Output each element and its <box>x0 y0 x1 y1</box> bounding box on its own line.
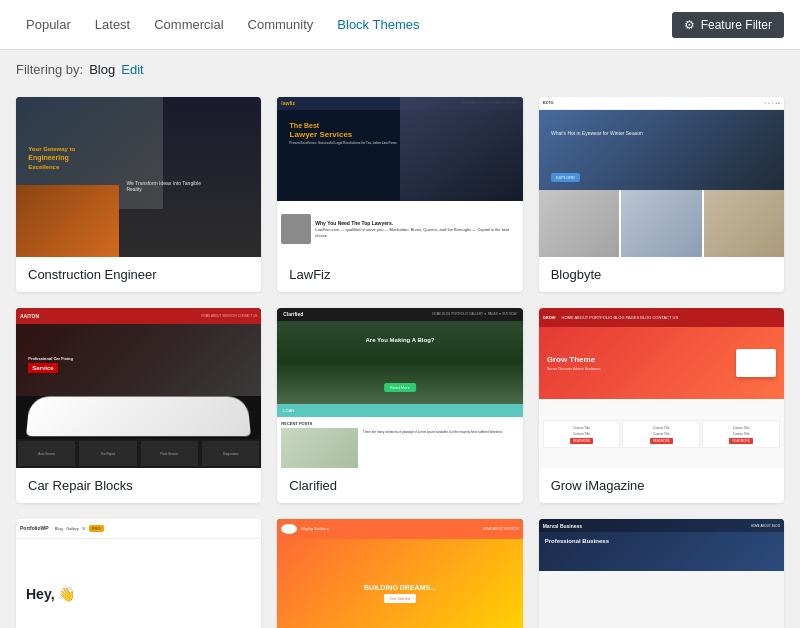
filter-edit-link[interactable]: Edit <box>121 62 143 77</box>
thumb-top-section: Marval Business HOME ABOUT BLOG Professi… <box>539 519 784 571</box>
tab-block-themes[interactable]: Block Themes <box>327 11 429 38</box>
theme-name: Blogbyte <box>539 257 784 292</box>
thumb-nav: KZTG ▲ ▲ ▼ ◀ ▶ <box>539 97 784 110</box>
nav-bar: Popular Latest Commercial Community Bloc… <box>0 0 800 50</box>
thumb-feat-2: Custom Title Custom Title READMORE <box>622 420 700 448</box>
theme-thumbnail-car: AAITON HOME ABOUT SERVICES CONTACT US Pr… <box>16 308 261 468</box>
thumb-bottom-grid <box>539 190 784 257</box>
thumb-hero-text: Are You Making A Blog? <box>365 337 434 343</box>
page-wrapper: Popular Latest Commercial Community Bloc… <box>0 0 800 628</box>
theme-thumbnail-marval: Marval Business HOME ABOUT BLOG Professi… <box>539 519 784 628</box>
thumb-nav-links: HOME ABOUT BLOG <box>751 524 780 528</box>
theme-card-lawfiz[interactable]: lawfiz HOME ABOUT BLOG TEAM ATTORNEYS Th… <box>277 97 522 292</box>
nav-tabs: Popular Latest Commercial Community Bloc… <box>16 11 429 38</box>
thumb-logo-circle <box>281 524 297 534</box>
thumb-grid-item-1 <box>539 190 619 257</box>
thumb-big-text: Hey, 👋 <box>26 586 75 602</box>
thumb-nav: Clarified HOME BLOG PORTFOLIO GALLERY ▼ … <box>277 308 522 321</box>
thumb-bottom-text: Why You Need The Top Lawyers. LawFirm.co… <box>315 220 518 238</box>
thumb-bottom-half: RECENT POSTS There are many variations o… <box>277 417 522 468</box>
thumb-inner: KZTG ▲ ▲ ▼ ◀ ▶ What's Hot in Eyewear for… <box>539 97 784 257</box>
theme-card-mighty-builders[interactable]: Mighty Builders HOME ABOUT SERVICES BUIL… <box>277 519 522 628</box>
thumb-inner: PortfolioWP · Blog · Gallery · S PRO Hey… <box>16 519 261 628</box>
thumb-inner: Your Gateway toEngineeringExcellence We … <box>16 97 261 257</box>
theme-thumbnail-mighty: Mighty Builders HOME ABOUT SERVICES BUIL… <box>277 519 522 628</box>
themes-grid: Your Gateway toEngineeringExcellence We … <box>0 89 800 628</box>
thumb-nav: Marval Business HOME ABOUT BLOG <box>539 519 784 532</box>
tab-commercial[interactable]: Commercial <box>144 11 233 38</box>
thumb-nav-links: HOME ABOUT SERVICES <box>483 527 519 531</box>
thumb-bottom-card: Why You Need The Top Lawyers. LawFirm.co… <box>277 201 522 257</box>
tab-community[interactable]: Community <box>238 11 324 38</box>
thumb-inner: Marval Business HOME ABOUT BLOG Professi… <box>539 519 784 628</box>
theme-thumbnail-portfolio: PortfolioWP · Blog · Gallery · S PRO Hey… <box>16 519 261 628</box>
thumb-nav: AAITON HOME ABOUT SERVICES CONTACT US <box>16 308 261 324</box>
thumb-features: Custom Title Custom Title READMORE Custo… <box>539 399 784 468</box>
theme-thumbnail-clarified: Clarified HOME BLOG PORTFOLIO GALLERY ▼ … <box>277 308 522 468</box>
thumb-nav: Mighty Builders HOME ABOUT SERVICES <box>277 519 522 539</box>
thumb-hero-content: Hey, 👋 <box>16 539 261 629</box>
thumb-bottom-row: Auto Service Tire Repair Paint Service D… <box>16 439 261 468</box>
theme-thumbnail-lawfiz: lawfiz HOME ABOUT BLOG TEAM ATTORNEYS Th… <box>277 97 522 257</box>
thumb-posts-row: There are many variations of passage of … <box>281 428 518 468</box>
thumb-statue <box>400 97 523 201</box>
thumb-hero: Are You Making A Blog? Read More <box>277 321 522 404</box>
theme-card-blogbyte[interactable]: KZTG ▲ ▲ ▼ ◀ ▶ What's Hot in Eyewear for… <box>539 97 784 292</box>
thumb-cta: Get Started <box>384 594 416 603</box>
thumb-inner: Clarified HOME BLOG PORTFOLIO GALLERY ▼ … <box>277 308 522 468</box>
thumb-post-text: There are many variations of passage of … <box>361 428 519 468</box>
thumb-feat-3: Custom Title Custom Title READMORE <box>702 420 780 448</box>
theme-card-construction-engineer[interactable]: Your Gateway toEngineeringExcellence We … <box>16 97 261 292</box>
theme-name: LawFiz <box>277 257 522 292</box>
thumb-hero-content: BUILDING DREAMS... Get Started <box>277 539 522 629</box>
theme-name: Clarified <box>277 468 522 503</box>
theme-card-car-repair[interactable]: AAITON HOME ABOUT SERVICES CONTACT US Pr… <box>16 308 261 503</box>
theme-name: Grow iMagazine <box>539 468 784 503</box>
thumb-hero-text: Grow Theme Some Generic About Surfaces <box>547 355 601 371</box>
thumb-nav: PortfolioWP · Blog · Gallery · S PRO <box>16 519 261 539</box>
thumb-inner: Mighty Builders HOME ABOUT SERVICES BUIL… <box>277 519 522 628</box>
thumb-logo-text: GROW <box>543 315 556 320</box>
thumb-btn-1: READMORE <box>570 438 593 444</box>
filter-bar: Filtering by: Blog Edit <box>0 50 800 89</box>
theme-card-marval-business[interactable]: Marval Business HOME ABOUT BLOG Professi… <box>539 519 784 628</box>
thumb-hero-text: What's Hot in Eyewear for Winter Season <box>551 130 643 136</box>
theme-name: Car Repair Blocks <box>16 468 261 503</box>
thumb-inner: GROW HOME ABOUT PORTFOLIO BLOG PAGES BLO… <box>539 308 784 468</box>
theme-card-grow-imagazine[interactable]: GROW HOME ABOUT PORTFOLIO BLOG PAGES BLO… <box>539 308 784 503</box>
thumb-feat-1: Custom Title Custom Title READMORE <box>543 420 621 448</box>
thumb-cta: EXPLORE <box>551 173 580 182</box>
thumb-post-img <box>281 428 358 468</box>
thumb-white-car <box>26 396 251 436</box>
tab-latest[interactable]: Latest <box>85 11 140 38</box>
thumb-banner: LOAN <box>277 404 522 417</box>
theme-card-portfolio-wp[interactable]: PortfolioWP · Blog · Gallery · S PRO Hey… <box>16 519 261 628</box>
thumb-brand: Mighty Builders <box>301 526 328 531</box>
tab-popular[interactable]: Popular <box>16 11 81 38</box>
thumb-item-2: Tire Repair <box>79 441 136 466</box>
thumb-btn-3: READMORE <box>729 438 752 444</box>
thumb-service-text: Professional Car Fixing Service <box>28 356 73 373</box>
filter-prefix: Filtering by: <box>16 62 83 77</box>
thumb-hero: What's Hot in Eyewear for Winter Season … <box>539 110 784 190</box>
thumb-hero-text: BUILDING DREAMS... <box>364 584 436 591</box>
thumb-hero: Grow Theme Some Generic About Surfaces <box>539 327 784 399</box>
theme-card-clarified[interactable]: Clarified HOME BLOG PORTFOLIO GALLERY ▼ … <box>277 308 522 503</box>
gear-icon: ⚙ <box>684 18 695 32</box>
thumb-inner: lawfiz HOME ABOUT BLOG TEAM ATTORNEYS Th… <box>277 97 522 257</box>
thumb-hero-text: Your Gateway toEngineeringExcellence <box>28 145 75 172</box>
thumb-inner: AAITON HOME ABOUT SERVICES CONTACT US Pr… <box>16 308 261 468</box>
thumb-btn-2: READMORE <box>650 438 673 444</box>
theme-thumbnail-construction: Your Gateway toEngineeringExcellence We … <box>16 97 261 257</box>
thumb-hero-text: The BestLawyer Services Proven Excellenc… <box>290 121 397 146</box>
theme-thumbnail-blogbyte: KZTG ▲ ▲ ▼ ◀ ▶ What's Hot in Eyewear for… <box>539 97 784 257</box>
thumb-logo: PortfolioWP <box>20 525 49 531</box>
thumb-bottom-img <box>16 185 119 257</box>
thumb-person <box>281 214 311 244</box>
feature-filter-button[interactable]: ⚙ Feature Filter <box>672 12 784 38</box>
theme-thumbnail-grow: GROW HOME ABOUT PORTFOLIO BLOG PAGES BLO… <box>539 308 784 468</box>
thumb-hero-text: Professional Business <box>545 538 778 544</box>
thumb-right-text: We Transform Ideas Into TangibleReality <box>126 180 256 192</box>
thumb-item-3: Paint Service <box>141 441 198 466</box>
thumb-nav-links: HOME ABOUT PORTFOLIO BLOG PAGES BLOG CON… <box>562 315 679 320</box>
